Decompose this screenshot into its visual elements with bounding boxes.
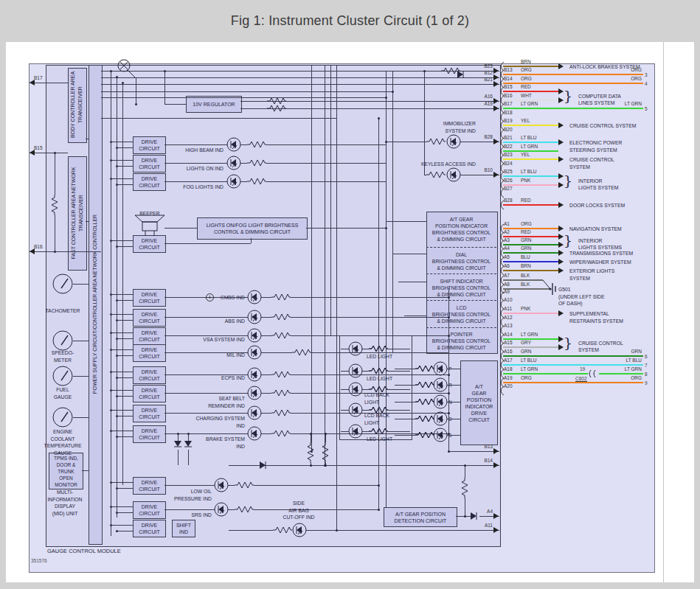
wire-color-label: WHT [521,93,532,98]
junction-dot [423,70,426,72]
drive-feed-wire [117,300,133,301]
resistor [321,442,330,463]
indicator-wire [261,433,271,434]
drive-feed-wire [117,488,133,489]
wire [30,153,68,153]
led-indicator-symbol [347,402,364,418]
indicator-wire [291,297,448,298]
connector-a-pin-A17: A17 [504,358,513,363]
resistor [235,481,254,489]
indicator-wire [266,163,386,164]
wire-color-label: GRN [521,237,531,243]
resistor [273,526,292,534]
brace-icon: } [564,172,572,189]
gauge-control-module-label: GAUGE CONTROL MODULE [47,548,121,555]
wire [465,498,465,516]
system-label: INTERIOR LIGHTS SYSTEMS [578,237,622,251]
colored-wire [503,74,643,75]
drive-circuit-box: DRIVE CIRCUIT [133,327,166,345]
connector-a-pin-A7: A7 [504,273,510,278]
wire-diagonal [127,69,137,80]
edge-pin-B21: B21 [471,77,493,82]
resistor [271,293,291,302]
wire-color-label: GRY [521,340,531,345]
diode-icon [184,441,192,450]
colored-wire [503,91,558,92]
led-indicator-symbol [291,522,308,538]
indicator-wire [261,297,271,298]
power-supply-can-controller-bar-label: POWER SUPPLY CIRCUIT/CONTROLLER AREA NET… [89,65,101,543]
system-arrow-icon [558,202,564,208]
system-label: EXTERIOR LIGHTS SYSTEM [569,268,614,282]
led-indicator-symbol [246,405,263,421]
junction-dot [448,316,450,318]
wire-color-label: YEL [521,118,530,123]
beeper-speaker-icon [134,215,165,237]
wire-exit-number: 5 [645,106,648,111]
wire [164,228,197,229]
drive-feed-wire [111,372,133,372]
led-light-1-label: LED LIGHT [367,353,392,360]
led-indicator-symbol [432,360,448,377]
wire [229,530,273,531]
colored-wire [503,346,558,348]
junction-dot [116,76,118,78]
junction-dot [385,97,387,99]
led-indicator-symbol [347,381,364,397]
junction-dot [378,484,380,487]
drive-feed-wire [111,142,133,142]
indicator-wire [266,144,386,145]
indicator-wire [164,413,248,414]
indicator-wire [291,335,448,336]
edge-pin-arrow-icon [493,462,499,468]
wire-color-label: BRN [521,263,531,268]
indicator-wire [164,181,227,182]
connector-a-pin-A4: A4 [504,245,510,251]
system-label: WIPER/WASHER SYSTEM [569,259,631,266]
drive-feed-wire [117,184,133,185]
connector-b-pin-B20: B20 [504,127,513,132]
indicator-wire [164,163,227,164]
wire-color-label: ORG [521,76,532,81]
drive-circuit-box: DRIVE CIRCUIT [133,385,166,402]
colored-wire [503,158,558,160]
resistor [369,405,388,414]
drive-feed-wire [111,160,133,161]
drive-feed-wire [117,436,133,437]
resistor [415,414,434,423]
wire [122,83,123,485]
drive-feed-wire [117,166,133,167]
wire [164,243,251,244]
system-label: ELECTRONIC POWER STEERING SYSTEM [569,139,622,153]
gear-letter-N: N [448,399,452,406]
led-indicator-symbol [347,423,364,439]
wire [73,284,89,285]
system-label: SUPPLEMENTAL RESTRAINTS SYSTEM [569,310,623,324]
connector-a-pin-A5: A5 [504,254,510,259]
led-indicator-symbol [226,173,242,189]
wire [404,316,426,316]
indicator-wire [261,317,271,318]
edge-pin-A19: A19 [471,101,493,106]
ground-label: G501 (UNDER LEFT SIDE OF DASH) [558,286,605,307]
led-indicator-symbol [432,411,448,427]
prnds-wire [395,369,415,369]
wire-exit-number: 3 [645,72,648,77]
system-arrow-icon [558,234,564,240]
edge-pin-B10: B10 [471,167,493,172]
prnds-wire [395,435,415,436]
drive-feed-wire [117,320,133,321]
colored-wire [503,270,558,271]
edge-pin-arrow-icon [493,513,499,519]
wire-color-label-right: LT BLU [606,358,642,363]
wire-color-label-right: ORG [606,375,642,380]
colored-wire [503,261,558,262]
led-row-wire [388,349,410,349]
wire-color-label: ORG [521,221,532,226]
resistor [50,195,59,215]
diode-icon [260,461,268,469]
document-number: 351576 [31,557,47,565]
edge-pin-B16: B16 [34,244,43,249]
ground-symbol-icon [541,277,559,295]
indicator-wire [261,352,292,353]
